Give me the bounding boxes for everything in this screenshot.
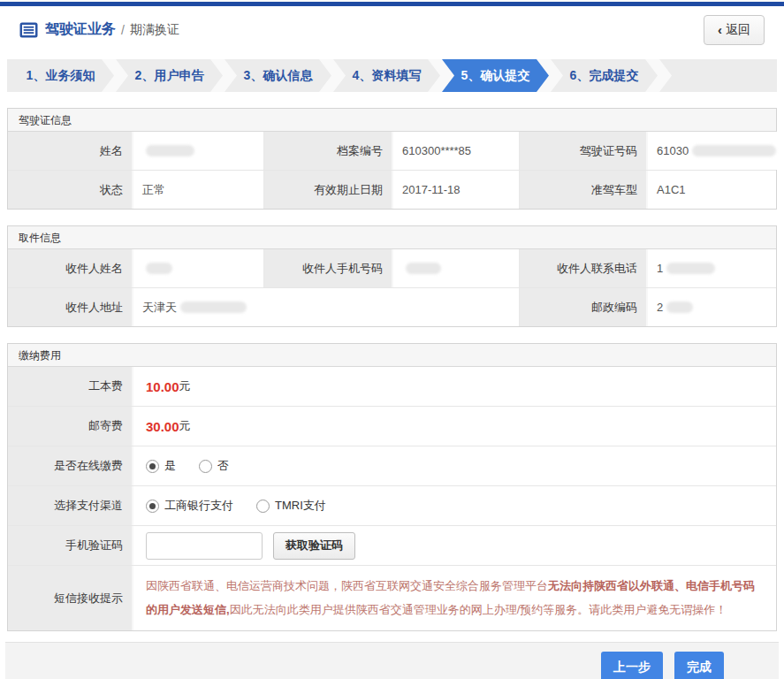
status-label: 状态 [8, 171, 133, 209]
redaction-blur [406, 263, 441, 274]
license-section-title: 驾驶证信息 [8, 109, 776, 132]
page-header: 驾驶证业务 / 期满换证 ‹ 返回 [0, 6, 784, 53]
radio-online-yes[interactable] [146, 460, 159, 473]
redaction-blur [666, 263, 715, 274]
step-wizard: 1、业务须知 2、用户申告 3、确认信息 4、资料填写 5、确认提交 6、完成提… [7, 59, 777, 92]
step-2-user-declaration[interactable]: 2、用户申告 [116, 59, 223, 92]
online-pay-label: 是否在线缴费 [8, 446, 133, 485]
name-value-redacted [133, 132, 264, 170]
expiry-value: 2017-11-18 [393, 171, 520, 209]
mailing-fee-value: 30.00 元 [133, 407, 776, 446]
breadcrumb-main[interactable]: 驾驶证业务 [45, 20, 116, 39]
notice-paragraph: 因陕西省联通、电信运营商技术问题，陕西省互联网交通安全综合服务管理平台无法向持陕… [146, 575, 762, 622]
redaction-blur [146, 263, 172, 274]
status-value: 正常 [133, 171, 264, 209]
recipient-address-value: 天津天 [133, 288, 520, 326]
recipient-name-value-redacted [133, 249, 264, 287]
redaction-blur [146, 145, 194, 156]
radio-channel-tmri[interactable] [256, 500, 270, 513]
name-label: 姓名 [8, 132, 133, 170]
back-button[interactable]: ‹ 返回 [704, 15, 765, 45]
redaction-blur [692, 145, 776, 156]
sms-notice-text: 因陕西省联通、电信运营商技术问题，陕西省互联网交通安全综合服务管理平台无法向持陕… [133, 566, 776, 630]
pickup-section-title: 取件信息 [8, 226, 776, 249]
production-fee-amount: 10.00 [146, 379, 179, 394]
step-5-confirm-submit-active[interactable]: 5、确认提交 [442, 59, 549, 92]
recipient-address-label: 收件人地址 [8, 288, 133, 326]
sms-notice-label: 短信接收提示 [8, 566, 133, 630]
sms-code-label: 手机验证码 [8, 526, 133, 565]
step-bar-filler [659, 59, 777, 92]
sms-notice-row: 短信接收提示 因陕西省联通、电信运营商技术问题，陕西省互联网交通安全综合服务管理… [8, 565, 776, 630]
license-number-value: 61030 [648, 132, 784, 170]
radio-online-no[interactable] [199, 460, 212, 473]
back-chevron-icon: ‹ [718, 23, 722, 36]
license-table-row-2: 状态 正常 有效期止日期 2017-11-18 准驾车型 A1C1 [8, 170, 776, 209]
breadcrumb-separator: / [121, 23, 125, 37]
redaction-blur [180, 301, 247, 313]
radio-channel-icbc[interactable] [146, 500, 159, 513]
license-number-label: 驾驶证号码 [520, 132, 648, 170]
pay-channel-label: 选择支付渠道 [8, 486, 133, 525]
currency-unit: 元 [179, 378, 191, 394]
pay-channel-row: 选择支付渠道 工商银行支付 TMRI支付 [8, 485, 776, 525]
radio-online-no-label[interactable]: 否 [217, 458, 229, 474]
expiry-label: 有效期止日期 [264, 171, 393, 209]
sms-code-row: 手机验证码 获取验证码 [8, 525, 776, 565]
back-button-label: 返回 [726, 22, 750, 38]
step-4-fill-data[interactable]: 4、资料填写 [333, 59, 440, 92]
sms-code-input[interactable] [146, 532, 263, 560]
file-number-value: 610300****85 [393, 132, 520, 170]
get-code-button[interactable]: 获取验证码 [273, 532, 355, 560]
mailing-fee-label: 邮寄费 [8, 407, 133, 446]
mailing-fee-row: 邮寄费 30.00 元 [8, 406, 776, 446]
production-fee-value: 10.00 元 [133, 367, 776, 406]
radio-channel-tmri-label[interactable]: TMRI支付 [275, 498, 326, 514]
payment-section: 缴纳费用 工本费 10.00 元 邮寄费 30.00 元 是否在线缴费 是 否 … [7, 343, 777, 631]
vehicle-type-label: 准驾车型 [520, 171, 648, 209]
recipient-mobile-label: 收件人手机号码 [264, 249, 393, 287]
pickup-info-section: 取件信息 收件人姓名 收件人手机号码 收件人联系电话 1 收件人地址 天津天 邮… [7, 225, 777, 327]
online-pay-row: 是否在线缴费 是 否 [8, 446, 776, 485]
step-6-finish-submit[interactable]: 6、完成提交 [551, 59, 658, 92]
postcode-value: 2 [648, 288, 776, 326]
radio-online-yes-label[interactable]: 是 [164, 458, 176, 474]
breadcrumb-sub: 期满换证 [130, 22, 179, 38]
vehicle-type-value: A1C1 [648, 171, 776, 209]
license-table: 姓名 档案编号 610300****85 驾驶证号码 61030 [8, 132, 776, 170]
license-info-section: 驾驶证信息 姓名 档案编号 610300****85 驾驶证号码 61030 状… [7, 108, 777, 210]
currency-unit: 元 [179, 418, 191, 434]
mailing-fee-amount: 30.00 [146, 419, 179, 434]
step-1-business-notice[interactable]: 1、业务须知 [7, 59, 114, 92]
redaction-blur [666, 301, 693, 313]
form-list-icon [19, 22, 38, 38]
pickup-table-row-2: 收件人地址 天津天 邮政编码 2 [8, 287, 776, 326]
finish-button[interactable]: 完成 [674, 652, 724, 679]
radio-channel-icbc-label[interactable]: 工商银行支付 [164, 498, 233, 514]
production-fee-row: 工本费 10.00 元 [8, 367, 776, 406]
footer-action-bar: 上一步 完成 [5, 642, 779, 679]
production-fee-label: 工本费 [8, 367, 133, 406]
postcode-label: 邮政编码 [520, 288, 648, 326]
step-3-confirm-info[interactable]: 3、确认信息 [225, 59, 331, 92]
payment-section-title: 缴纳费用 [8, 344, 776, 367]
previous-step-button[interactable]: 上一步 [601, 652, 663, 679]
recipient-mobile-value-redacted [393, 249, 520, 287]
file-number-label: 档案编号 [264, 132, 393, 170]
recipient-phone-label: 收件人联系电话 [520, 249, 648, 287]
sms-code-controls: 获取验证码 [133, 526, 776, 565]
pay-channel-options: 工商银行支付 TMRI支付 [133, 486, 776, 525]
recipient-phone-value: 1 [648, 249, 776, 287]
online-pay-options: 是 否 [133, 446, 776, 485]
recipient-name-label: 收件人姓名 [8, 249, 133, 287]
pickup-table-row-1: 收件人姓名 收件人手机号码 收件人联系电话 1 [8, 249, 776, 287]
